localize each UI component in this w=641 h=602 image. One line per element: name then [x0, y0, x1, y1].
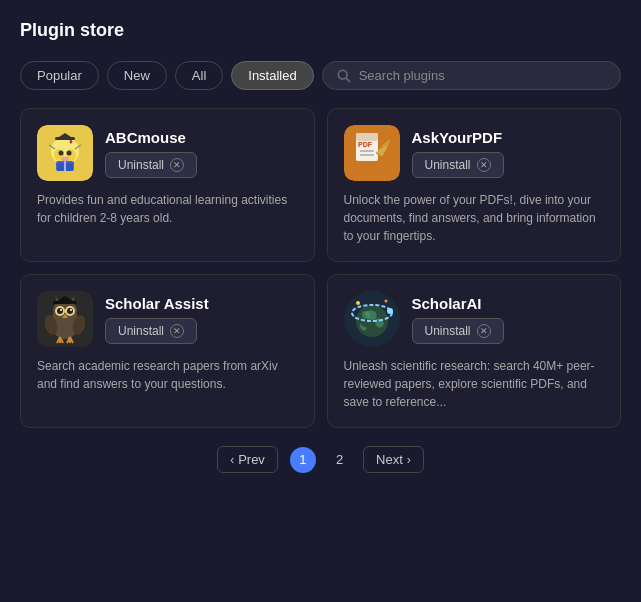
plugin-icon-scholarai	[344, 291, 400, 347]
svg-point-8	[61, 157, 69, 162]
svg-point-34	[57, 308, 63, 314]
chevron-left-icon: ‹	[230, 453, 234, 467]
search-input[interactable]	[359, 68, 606, 83]
svg-rect-18	[66, 163, 73, 171]
filter-popular[interactable]: Popular	[20, 61, 99, 90]
svg-point-35	[67, 308, 73, 314]
filter-bar: Popular New All Installed	[20, 61, 621, 90]
plugin-card-abcmouse: ABCmouse Uninstall ✕ Provides fun and ed…	[20, 108, 315, 262]
uninstall-btn-askyourpdf[interactable]: Uninstall ✕	[412, 152, 504, 178]
uninstall-btn-scholar-assist[interactable]: Uninstall ✕	[105, 318, 197, 344]
filter-new[interactable]: New	[107, 61, 167, 90]
svg-line-1	[346, 78, 350, 82]
search-icon	[337, 69, 351, 83]
plugin-icon-abcmouse	[37, 125, 93, 181]
svg-point-6	[59, 151, 64, 156]
svg-rect-21	[356, 133, 378, 141]
search-box	[322, 61, 621, 90]
uninstall-btn-abcmouse[interactable]: Uninstall ✕	[105, 152, 197, 178]
filter-all[interactable]: All	[175, 61, 223, 90]
svg-point-48	[356, 305, 388, 337]
svg-rect-45	[53, 301, 77, 304]
filter-installed[interactable]: Installed	[231, 61, 313, 90]
plugin-icon-scholar-assist	[37, 291, 93, 347]
plugin-desc-abcmouse: Provides fun and educational learning ac…	[37, 191, 298, 227]
plugin-name-askyourpdf: AskYourPDF	[412, 129, 504, 146]
svg-point-53	[384, 300, 387, 303]
page-title: Plugin store	[20, 20, 621, 41]
svg-point-36	[60, 309, 62, 311]
plugin-name-scholarai: ScholarAI	[412, 295, 504, 312]
svg-point-37	[70, 309, 72, 311]
plugin-card-scholar-assist: Scholar Assist Uninstall ✕ Search academ…	[20, 274, 315, 428]
svg-point-7	[67, 151, 72, 156]
next-button[interactable]: Next ›	[363, 446, 424, 473]
uninstall-btn-scholarai[interactable]: Uninstall ✕	[412, 318, 504, 344]
svg-text:PDF: PDF	[358, 141, 373, 148]
uninstall-x-icon: ✕	[170, 324, 184, 338]
uninstall-x-icon: ✕	[477, 324, 491, 338]
chevron-right-icon: ›	[407, 453, 411, 467]
uninstall-x-icon: ✕	[477, 158, 491, 172]
svg-rect-17	[57, 163, 64, 171]
svg-point-50	[362, 311, 370, 319]
plugin-icon-askyourpdf: PDF	[344, 125, 400, 181]
uninstall-x-icon: ✕	[170, 158, 184, 172]
page-1-button[interactable]: 1	[290, 447, 316, 473]
svg-point-52	[356, 301, 360, 305]
plugins-grid: ABCmouse Uninstall ✕ Provides fun and ed…	[20, 108, 621, 428]
plugin-name-abcmouse: ABCmouse	[105, 129, 197, 146]
page-2-button[interactable]: 2	[328, 448, 351, 471]
svg-point-14	[70, 141, 73, 144]
svg-rect-11	[55, 137, 75, 140]
plugin-name-scholar-assist: Scholar Assist	[105, 295, 209, 312]
plugin-card-scholarai: ScholarAI Uninstall ✕ Unleash scientific…	[327, 274, 622, 428]
svg-point-0	[338, 70, 347, 79]
plugin-desc-scholar-assist: Search academic research papers from arX…	[37, 357, 298, 393]
prev-button[interactable]: ‹ Prev	[217, 446, 278, 473]
pagination: ‹ Prev 1 2 Next ›	[20, 446, 621, 473]
plugin-card-askyourpdf: PDF AskYourPDF Uninstall ✕ Unlock the	[327, 108, 622, 262]
plugin-desc-askyourpdf: Unlock the power of your PDFs!, dive int…	[344, 191, 605, 245]
plugin-desc-scholarai: Unleash scientific research: search 40M+…	[344, 357, 605, 411]
svg-point-51	[387, 308, 393, 314]
